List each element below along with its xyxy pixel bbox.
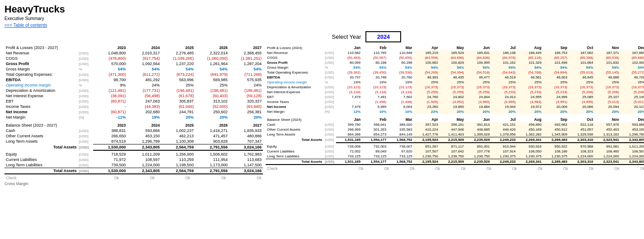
check-left-row: Check Ok Ok Ok Ok Ok bbox=[4, 175, 263, 181]
pnl-left-col-2027: 2027 bbox=[229, 45, 263, 50]
check-right-table: Check Ok Ok Ok Ok Ok Ok Ok Ok Ok Ok Ok O… bbox=[266, 166, 644, 171]
page-subtitle: Executive Summary bbox=[4, 16, 640, 21]
bs-right-title: Balance Sheet (2024) bbox=[266, 117, 336, 122]
pnl-right-title: Profit & Losses (2024) bbox=[266, 45, 336, 50]
right-panel: Profit & Losses (2024) Jan Feb Mar Apr M… bbox=[266, 45, 644, 181]
pnl-left-title: Profit & Losses (2023 - 2027) bbox=[4, 45, 93, 50]
pnl-left-col-2023: 2023 bbox=[93, 45, 127, 50]
check-left-unit bbox=[67, 175, 85, 181]
top-section: Select Year 2024 bbox=[4, 31, 640, 42]
pnl-left-col-2024: 2024 bbox=[127, 45, 161, 50]
check-left-label: Check bbox=[4, 175, 67, 181]
pnl-right-table: Profit & Losses (2024) Jan Feb Mar Apr M… bbox=[266, 45, 644, 114]
cross-margin-label: Cross Margin bbox=[4, 181, 640, 186]
check-left-table: Check Ok Ok Ok Ok Ok bbox=[4, 175, 263, 181]
pnl-left-col-2025: 2025 bbox=[161, 45, 195, 50]
select-year-input[interactable]: 2024 bbox=[365, 31, 401, 42]
bs-right-table: Balance Sheet (2024) Jan Feb Mar Apr May… bbox=[266, 117, 644, 165]
pnl-left-table: Profit & Losses (2023 - 2027) 2023 2024 … bbox=[4, 45, 263, 120]
main-layout: Profit & Losses (2023 - 2027) 2023 2024 … bbox=[4, 45, 640, 181]
page: HeavyTrucks Executive Summary <<< Table … bbox=[0, 0, 644, 190]
pnl-left-col-2026: 2026 bbox=[195, 45, 229, 50]
select-year-label: Select Year bbox=[332, 33, 361, 40]
page-title: HeavyTrucks bbox=[4, 4, 640, 15]
bs-left-title: Balance Sheet (2023 - 2027) bbox=[4, 123, 93, 128]
bs-left-table: Balance Sheet (2023 - 2027) 2023 2024 20… bbox=[4, 123, 263, 174]
toc-link[interactable]: <<< Table of contents bbox=[4, 23, 47, 28]
check-right-row: Check Ok Ok Ok Ok Ok Ok Ok Ok Ok Ok Ok O… bbox=[266, 166, 644, 171]
left-panel: Profit & Losses (2023 - 2027) 2023 2024 … bbox=[4, 45, 263, 181]
select-year-container: Select Year 2024 bbox=[243, 31, 402, 42]
